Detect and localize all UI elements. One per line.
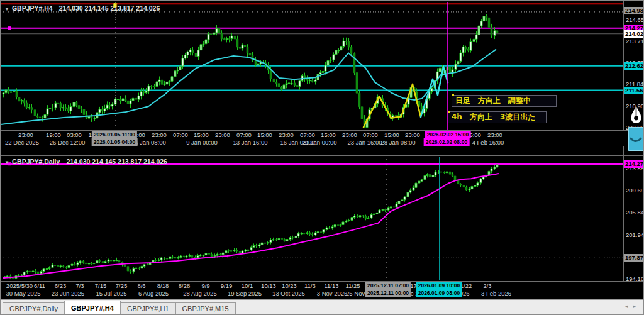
time-axis-label: 21 Jan 00:00 (303, 139, 337, 146)
time-axis-tag-gray: 2025.12.11 00:00 (365, 289, 411, 297)
time-axis-label: 19 Sep 2025 (228, 290, 262, 297)
h4-time-axis-row2[interactable]: 22 Dec 202526 Dec 12:0031 Dec 04:006 Jan… (1, 138, 644, 146)
daily-chart-canvas[interactable] (1, 156, 623, 281)
h4-chart-title: ▼GBPJPY#,H4214.030 214.145 213.817 214.0… (4, 4, 160, 12)
chart-tab-bar: GBPJPY#,DailyGBPJPY#,H4GBPJPY#,H1GBPJPY#… (1, 299, 644, 315)
time-axis-label: 23 Jun 2025 (52, 290, 84, 297)
time-axis-label: 26 Dec 12:00 (50, 139, 86, 146)
hline-handle (8, 26, 11, 30)
daily-window-bottom-border (1, 297, 644, 297)
daily-symbol-timeframe: GBPJPY#,Daily (12, 158, 60, 165)
h4-ohlc-values: 214.030 214.145 213.817 214.026 (59, 4, 160, 12)
price-axis-tag-cyan: 212.625 (624, 62, 644, 70)
time-axis-tag-cyan: 2026.01.09 08:00 (416, 289, 462, 297)
price-axis-separator (623, 1, 624, 297)
time-axis-tag-gray: 2026.01.05 04:00 (92, 138, 138, 146)
window-splitter[interactable] (1, 146, 644, 146)
tab-gbpjpy-m15[interactable]: GBPJPY#,M15 (175, 302, 236, 315)
time-axis-label: 3 Feb 2026 (481, 290, 511, 297)
price-axis-tick: 209.695 (626, 187, 644, 194)
crosshair-star-icon: ✱ (112, 1, 118, 9)
time-axis-label: 6 Jan 08:00 (135, 139, 166, 146)
price-axis-tick: 213.710 (626, 38, 644, 45)
tab-scroll-left-button[interactable]: ◂ (625, 303, 633, 309)
time-axis-label: 15 Jul 2025 (96, 290, 126, 297)
price-axis-tag-gray: 197.874 (624, 254, 644, 262)
time-axis-label: 28 Aug 2025 (183, 290, 216, 297)
chart-menu-arrow-icon[interactable]: ▼ (4, 160, 9, 165)
time-axis-label: 28 Jan 08:00 (381, 139, 416, 146)
price-axis-tick: 201.940 (626, 231, 644, 238)
trend-note-text-object[interactable]: 4h 方向上 3波目出た (448, 111, 547, 123)
terminal-window: ▼GBPJPY#,H4214.030 214.145 213.817 214.0… (0, 0, 644, 315)
time-axis-label: 6 Aug 2025 (138, 290, 169, 297)
daily-ohlc-values: 214.030 214.145 213.817 214.026 (66, 158, 167, 165)
time-axis-label: 30 May 2025 (6, 290, 41, 297)
price-axis-tag-cyan: 211.563 (624, 87, 644, 94)
text-object-anchor (452, 94, 454, 96)
tab-gbpjpy-h1[interactable]: GBPJPY#,H1 (120, 302, 176, 315)
price-axis-tick: 214.650 (626, 16, 644, 23)
chart-menu-arrow-icon[interactable]: ▼ (4, 6, 9, 12)
tab-gbpjpy-h4[interactable]: GBPJPY#,H4 (64, 301, 121, 315)
price-axis-tag-gray: 214.981 (624, 7, 644, 14)
time-axis-label: 3 Nov 2025 (317, 290, 348, 297)
price-axis-tick: 205.845 (626, 209, 644, 216)
daily-chart-title: ▼GBPJPY#,Daily214.030 214.145 213.817 21… (4, 158, 167, 165)
daily-window-top-border (1, 155, 644, 156)
time-axis-label: 9 Jan 00:00 (186, 139, 218, 146)
daily-price-axis[interactable]: 213.880209.695205.845201.940194.185214.2… (624, 156, 644, 281)
time-axis-label: 13 Oct 2025 (272, 290, 305, 297)
time-axis-label: 13 Jan 16:00 (233, 139, 268, 146)
time-axis-label: 4 Feb 16:00 (472, 139, 504, 146)
tab-scroll-arrows: ◂▸ (625, 303, 641, 309)
trend-note-text-object[interactable]: 日足 方向上 調整中 (452, 95, 557, 107)
daily-time-axis-row2[interactable]: 30 May 202523 Jun 202515 Jul 20256 Aug 2… (1, 289, 644, 297)
time-axis-label: 23 Jan 16:00 (348, 139, 382, 146)
time-axis-tag-magenta: 2026.02.02 08:00 (424, 138, 470, 146)
pen-widget-icon[interactable] (629, 106, 643, 126)
h4-symbol-timeframe: GBPJPY#,H4 (12, 4, 53, 12)
tab-gbpjpy-daily[interactable]: GBPJPY#,Daily (3, 302, 65, 315)
candlesticks (3, 14, 498, 128)
price-axis-tag-white: 214.026 (624, 30, 644, 38)
tab-scroll-right-button[interactable]: ▸ (633, 303, 641, 309)
price-axis-tag-magenta: 214.276 (624, 160, 644, 168)
time-axis-label: 22 Dec 2025 (5, 139, 39, 146)
candlesticks (4, 164, 498, 280)
text-object-anchor (448, 111, 450, 113)
chat-widget-icon[interactable] (628, 127, 644, 151)
